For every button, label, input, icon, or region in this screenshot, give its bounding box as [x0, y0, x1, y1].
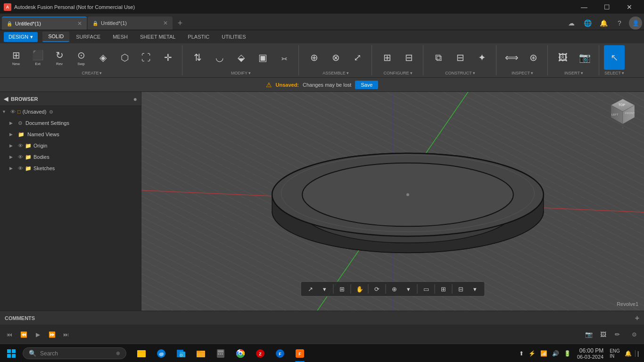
extrude-btn[interactable]: ⬛ Ext — [27, 45, 48, 70]
decal-btn[interactable]: 🖼 — [553, 45, 573, 70]
settings-icon[interactable]: ⚙ — [49, 109, 53, 115]
measure-btn[interactable]: ⟺ — [501, 45, 522, 70]
browser-collapse-icon[interactable]: ◀ — [4, 96, 8, 102]
tab-mesh[interactable]: MESH — [107, 32, 133, 41]
display-mode-btn[interactable]: ▭ — [420, 283, 433, 295]
orbit-btn[interactable]: ↗ — [304, 283, 317, 295]
offset-plane-btn[interactable]: ⧉ — [428, 45, 449, 70]
close-button[interactable]: ✕ — [619, 0, 640, 14]
pan-btn[interactable]: ✋ — [353, 283, 366, 295]
start-button[interactable] — [2, 344, 21, 362]
eye-root[interactable]: 👁 — [10, 109, 16, 115]
taskbar-calc[interactable] — [211, 344, 230, 362]
tl-next-btn[interactable]: ⏩ — [46, 329, 58, 340]
tl-edit-btn[interactable]: ✏ — [611, 329, 623, 341]
tree-item-bodies[interactable]: ▶ 👁 📁 Bodies — [0, 151, 141, 163]
help-icon[interactable]: ? — [613, 16, 626, 30]
draft-btn[interactable]: ⟗ — [274, 45, 295, 70]
eye-bodies[interactable]: 👁 — [18, 154, 23, 160]
new-tab-button[interactable]: + — [173, 16, 187, 30]
sweep-btn[interactable]: ⊙ Swp — [71, 45, 91, 70]
joint-btn[interactable]: ⊕ — [304, 45, 324, 70]
search-bar[interactable]: 🔍 Search ⬢ — [23, 347, 126, 359]
axis-btn[interactable]: ✦ — [471, 45, 492, 70]
maximize-button[interactable]: ☐ — [596, 0, 618, 14]
tl-play-btn[interactable]: ▶ — [32, 329, 43, 340]
tl-settings-btn[interactable]: ⚙ — [628, 329, 640, 341]
tl-start-btn[interactable]: ⏮ — [4, 329, 15, 340]
motion-btn[interactable]: ⤢ — [347, 45, 368, 70]
volume-icon[interactable]: 🔊 — [551, 350, 561, 357]
save-button[interactable]: Save — [355, 81, 378, 89]
box-btn[interactable]: ⬡ — [114, 45, 135, 70]
mirror-btn[interactable]: ⛶ — [136, 45, 157, 70]
fit-btn[interactable]: ⊞ — [336, 283, 349, 295]
cloud-icon[interactable]: ☁ — [565, 16, 578, 30]
eye-sketches[interactable]: 👁 — [18, 165, 23, 171]
network-icon[interactable]: 📶 — [539, 350, 549, 357]
tab-sheet-metal[interactable]: SHEET METAL — [134, 32, 181, 41]
tab-1[interactable]: 🔒 Untitled*(1) ✕ — [2, 16, 87, 30]
tl-frame-btn[interactable]: 🖼 — [597, 329, 609, 341]
tl-end-btn[interactable]: ⏭ — [60, 329, 72, 340]
tab-2[interactable]: 🔒 Untitled*(1) ✕ — [88, 16, 173, 30]
chamfer-btn[interactable]: ⬙ — [231, 45, 251, 70]
globe-icon[interactable]: 🌐 — [581, 16, 594, 30]
section-btn[interactable]: ⊟ — [454, 283, 468, 295]
tab-2-close[interactable]: ✕ — [163, 20, 168, 26]
revolve-btn[interactable]: ↻ Rev — [49, 45, 70, 70]
taskbar-outlook[interactable]: O — [172, 344, 190, 362]
user-avatar[interactable]: 👤 — [629, 16, 642, 30]
midplane-btn[interactable]: ⊟ — [450, 45, 471, 70]
orbit-options[interactable]: ▾ — [318, 283, 331, 295]
zoom-options[interactable]: ▾ — [402, 283, 415, 295]
lang-indicator[interactable]: ENGIN — [608, 348, 621, 359]
grid-btn[interactable]: ⊞ — [437, 283, 450, 295]
tree-item-origin[interactable]: ▶ 👁 📁 Origin — [0, 140, 141, 151]
tab-plastic[interactable]: PLASTIC — [182, 32, 215, 41]
add-comment-button[interactable]: + — [635, 314, 639, 322]
param-btn[interactable]: ⊞ — [377, 45, 397, 70]
bell-icon[interactable]: 🔔 — [597, 16, 610, 30]
bluetooth-icon[interactable]: ⚡ — [527, 350, 537, 357]
tree-item-doc-settings[interactable]: ▶ ⚙ Document Settings — [0, 117, 141, 129]
tab-solid[interactable]: SOLID — [42, 32, 69, 42]
shell-btn[interactable]: ▣ — [252, 45, 273, 70]
browser-options[interactable]: ● — [133, 95, 137, 103]
canvas-btn[interactable]: 📷 — [574, 45, 595, 70]
tab-1-close[interactable]: ✕ — [77, 20, 82, 27]
3d-viewport[interactable]: Revolve1 — [141, 92, 644, 311]
taskbar-app1[interactable]: Z — [251, 344, 270, 362]
minimize-button[interactable]: — — [573, 0, 595, 14]
move-btn[interactable]: ✛ — [157, 45, 178, 70]
taskbar-app2[interactable]: F — [271, 344, 289, 362]
section-options[interactable]: ▾ — [469, 283, 482, 295]
tree-item-named-views[interactable]: ▶ 📁 Named Views — [0, 129, 141, 140]
battery-icon[interactable]: 🔋 — [562, 350, 572, 357]
fillet-btn[interactable]: ◡ — [209, 45, 230, 70]
tab-surface[interactable]: SURFACE — [70, 32, 106, 41]
taskbar-edge[interactable] — [152, 344, 171, 362]
notification-center-icon[interactable]: ⬆ — [518, 350, 525, 357]
notification-icon[interactable]: 🔔 — [623, 350, 633, 357]
as-built-btn[interactable]: ⊗ — [325, 45, 346, 70]
loft-btn[interactable]: ◈ — [92, 45, 113, 70]
taskbar-fusion[interactable]: F — [290, 344, 309, 362]
rotate-btn[interactable]: ⟳ — [371, 283, 384, 295]
tree-item-sketches[interactable]: ▶ 👁 📁 Sketches — [0, 163, 141, 174]
zoom-btn[interactable]: ⊕ — [388, 283, 401, 295]
press-pull-btn[interactable]: ⇅ — [187, 45, 208, 70]
eye-origin[interactable]: 👁 — [18, 143, 23, 148]
tab-utilities[interactable]: UTILITIES — [216, 32, 251, 41]
show-desktop-btn[interactable]: | — [635, 350, 640, 357]
select-btn[interactable]: ↖ — [604, 45, 625, 70]
new-component-btn[interactable]: ⊞ New — [6, 45, 26, 70]
view-cube[interactable]: TOP LEFT FRONT ↑ — [606, 97, 639, 130]
system-clock[interactable]: 06:00 PM 06-03-2024 — [574, 347, 606, 360]
interference-btn[interactable]: ⊛ — [523, 45, 544, 70]
tl-camera-btn[interactable]: 📷 — [583, 329, 595, 341]
design-button[interactable]: DESIGN ▾ — [4, 32, 38, 42]
taskbar-chrome[interactable] — [231, 344, 250, 362]
taskbar-explorer[interactable] — [191, 344, 210, 362]
tl-prev-btn[interactable]: ⏪ — [18, 329, 29, 340]
